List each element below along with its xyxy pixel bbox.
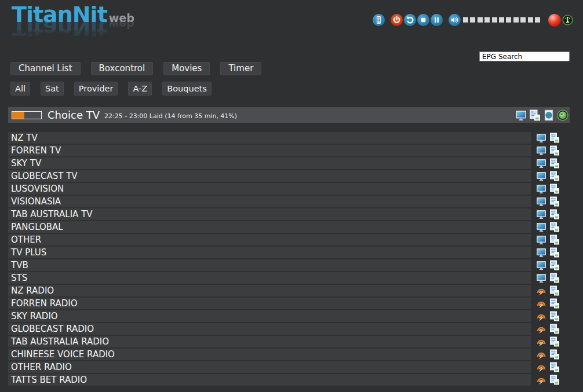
channel-row-tatts-bet-radio[interactable]: TATTS BET RADIO: [8, 374, 583, 386]
channel-name[interactable]: PANGLOBAL: [8, 221, 531, 233]
remote-keypad-icon[interactable]: [373, 14, 385, 26]
channel-row-globecast-tv[interactable]: GLOBECAST TV: [8, 170, 583, 182]
channel-row-forren-tv[interactable]: FORREN TV: [8, 145, 583, 156]
epg-icon[interactable]: [549, 196, 560, 207]
power-icon[interactable]: [391, 14, 403, 26]
channel-name[interactable]: OTHER: [8, 234, 531, 246]
epg-icon[interactable]: [549, 158, 560, 168]
tv-zap-icon[interactable]: [536, 196, 546, 207]
tv-zap-icon[interactable]: [536, 235, 546, 245]
tv-zap-icon[interactable]: [536, 158, 546, 168]
channel-row-tab-australia-radio[interactable]: TAB AUSTRALIA RADIO: [8, 336, 583, 347]
radio-zap-icon[interactable]: [536, 298, 546, 309]
tv-zap-icon[interactable]: [515, 109, 527, 121]
channel-row-chineese-voice-radio[interactable]: CHINEESE VOICE RADIO: [8, 349, 583, 360]
tv-zap-icon[interactable]: [536, 133, 546, 143]
epg-icon[interactable]: [549, 209, 560, 219]
channel-name[interactable]: TAB AUSTRALIA RADIO: [8, 336, 531, 347]
channel-name[interactable]: FORREN TV: [8, 145, 531, 156]
tv-zap-icon[interactable]: [536, 145, 546, 156]
channel-name[interactable]: SKY TV: [8, 157, 531, 169]
speaker-icon[interactable]: [449, 14, 461, 26]
channel-row-sts[interactable]: STS: [8, 272, 583, 284]
channel-row-panglobal[interactable]: PANGLOBAL: [8, 221, 583, 233]
refresh-icon[interactable]: [404, 14, 416, 26]
tv-zap-icon[interactable]: [536, 184, 546, 194]
tab-channel-list[interactable]: Channel List: [10, 62, 81, 75]
channel-name[interactable]: OTHER RADIO: [8, 361, 531, 373]
filter-all[interactable]: All: [10, 82, 30, 96]
channel-row-tab-australia-tv[interactable]: TAB AUSTRALIA TV: [8, 208, 583, 220]
tab-timer[interactable]: Timer: [220, 62, 261, 75]
radio-zap-icon[interactable]: [536, 362, 546, 372]
channel-row-lusovision[interactable]: LUSOVISION: [8, 183, 583, 195]
epg-icon[interactable]: [549, 336, 560, 347]
tab-boxcontrol[interactable]: Boxcontrol: [91, 62, 154, 75]
pause-icon[interactable]: [431, 14, 443, 26]
stream-page-icon[interactable]: [543, 109, 555, 121]
channel-name[interactable]: NZ RADIO: [8, 285, 531, 296]
filter-sat[interactable]: Sat: [41, 82, 64, 96]
tv-zap-icon[interactable]: [536, 222, 546, 232]
volume-segment[interactable]: [506, 17, 511, 23]
channel-row-globecast-radio[interactable]: GLOBECAST RADIO: [8, 323, 583, 335]
epg-icon[interactable]: [549, 133, 560, 143]
epg-list-icon[interactable]: [529, 109, 541, 121]
channel-name[interactable]: STS: [8, 272, 531, 284]
epg-icon[interactable]: [549, 184, 560, 194]
epg-icon[interactable]: [549, 260, 560, 270]
radio-zap-icon[interactable]: [536, 349, 546, 360]
tv-zap-icon[interactable]: [536, 273, 546, 283]
volume-segment[interactable]: [499, 17, 504, 23]
radio-zap-icon[interactable]: [536, 324, 546, 334]
radio-zap-icon[interactable]: [536, 311, 546, 321]
epg-icon[interactable]: [549, 298, 560, 309]
filter-a-z[interactable]: A-Z: [128, 82, 152, 96]
volume-segment[interactable]: [513, 17, 519, 23]
volume-segment[interactable]: [535, 17, 540, 23]
channel-name[interactable]: TATTS BET RADIO: [8, 374, 531, 386]
channel-row-sky-tv[interactable]: SKY TV: [8, 157, 583, 169]
tv-zap-icon[interactable]: [536, 171, 546, 181]
channel-name[interactable]: SKY RADIO: [8, 310, 531, 322]
tv-zap-icon[interactable]: [536, 209, 546, 219]
volume-segment[interactable]: [520, 17, 526, 23]
channel-row-visionasia[interactable]: VISIONASIA: [8, 196, 583, 207]
channel-row-nz-tv[interactable]: NZ TV: [8, 132, 583, 144]
filter-bouquets[interactable]: Bouquets: [162, 82, 212, 96]
tab-movies[interactable]: Movies: [163, 62, 210, 75]
epg-icon[interactable]: [549, 362, 560, 372]
channel-name[interactable]: CHINEESE VOICE RADIO: [8, 349, 531, 360]
volume-segment[interactable]: [470, 17, 475, 23]
filter-provider[interactable]: Provider: [74, 82, 118, 96]
channel-name[interactable]: FORREN RADIO: [8, 298, 531, 309]
channel-row-other-radio[interactable]: OTHER RADIO: [8, 361, 583, 373]
channel-name[interactable]: VISIONASIA: [8, 196, 531, 207]
channel-name[interactable]: TAB AUSTRALIA TV: [8, 208, 531, 220]
epg-icon[interactable]: [549, 324, 560, 334]
channel-row-sky-radio[interactable]: SKY RADIO: [8, 310, 583, 322]
epg-search-input[interactable]: [479, 52, 570, 61]
volume-segment[interactable]: [484, 17, 490, 23]
channel-name[interactable]: NZ TV: [8, 132, 531, 144]
channel-name[interactable]: TVB: [8, 259, 531, 271]
radio-zap-icon[interactable]: [536, 285, 546, 296]
channel-name[interactable]: TV PLUS: [8, 247, 531, 258]
epg-icon[interactable]: [549, 285, 560, 296]
channel-row-other[interactable]: OTHER: [8, 234, 583, 246]
epg-icon[interactable]: [549, 311, 560, 321]
tv-zap-icon[interactable]: [536, 247, 546, 258]
epg-icon[interactable]: [549, 171, 560, 181]
volume-segment[interactable]: [528, 17, 533, 23]
volume-segment[interactable]: [492, 17, 497, 23]
epg-icon[interactable]: [549, 247, 560, 258]
channel-name[interactable]: LUSOVISION: [8, 183, 531, 195]
epg-icon[interactable]: [549, 273, 560, 283]
epg-icon[interactable]: [549, 235, 560, 245]
channel-name[interactable]: GLOBECAST RADIO: [8, 323, 531, 335]
channel-name[interactable]: GLOBECAST TV: [8, 170, 531, 182]
channel-row-nz-radio[interactable]: NZ RADIO: [8, 285, 583, 296]
volume-segment[interactable]: [478, 17, 483, 23]
epg-icon[interactable]: [549, 375, 560, 385]
volume-level-bar[interactable]: [463, 17, 540, 23]
